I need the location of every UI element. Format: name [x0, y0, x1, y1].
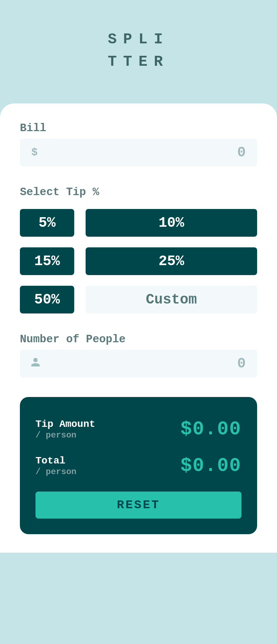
people-label: Number of People: [20, 333, 257, 345]
people-input[interactable]: [40, 356, 246, 372]
tip-button-5[interactable]: 5%: [20, 209, 74, 237]
total-labels: Total / person: [36, 455, 76, 477]
tip-button-50[interactable]: 50%: [20, 286, 74, 313]
tip-amount-labels: Tip Amount / person: [36, 419, 95, 440]
tip-button-25[interactable]: 25%: [86, 247, 257, 275]
tip-amount-label: Tip Amount: [36, 419, 95, 430]
bill-input-wrapper: $: [20, 139, 257, 166]
total-sublabel: / person: [36, 467, 76, 477]
bill-section: Bill $: [20, 122, 257, 166]
tip-amount-value: $0.00: [180, 418, 241, 440]
reset-button[interactable]: RESET: [36, 492, 241, 519]
tip-amount-sublabel: / person: [36, 430, 95, 440]
dollar-icon: $: [31, 146, 38, 159]
total-label: Total: [36, 455, 76, 466]
app-logo: SPLI TTER: [0, 28, 277, 73]
results-panel: Tip Amount / person $0.00 Total / person…: [20, 397, 257, 534]
custom-tip-input[interactable]: [86, 286, 257, 313]
bill-label: Bill: [20, 122, 257, 134]
app-header: SPLI TTER: [0, 0, 277, 103]
person-icon: [31, 357, 40, 370]
calculator-card: Bill $ Select Tip % 5% 10% 15% 25% 50% N…: [0, 103, 277, 553]
tip-button-10[interactable]: 10%: [86, 209, 257, 237]
tip-options-grid: 5% 10% 15% 25% 50%: [20, 209, 257, 313]
tip-label: Select Tip %: [20, 186, 257, 198]
logo-line-2: TTER: [0, 51, 277, 73]
tip-amount-row: Tip Amount / person $0.00: [36, 418, 241, 440]
people-input-wrapper: [20, 350, 257, 377]
tip-button-15[interactable]: 15%: [20, 247, 74, 275]
tip-section: Select Tip % 5% 10% 15% 25% 50%: [20, 186, 257, 313]
total-value: $0.00: [180, 455, 241, 477]
total-row: Total / person $0.00: [36, 455, 241, 477]
bill-input[interactable]: [38, 145, 246, 161]
people-section: Number of People: [20, 333, 257, 377]
logo-line-1: SPLI: [0, 28, 277, 51]
